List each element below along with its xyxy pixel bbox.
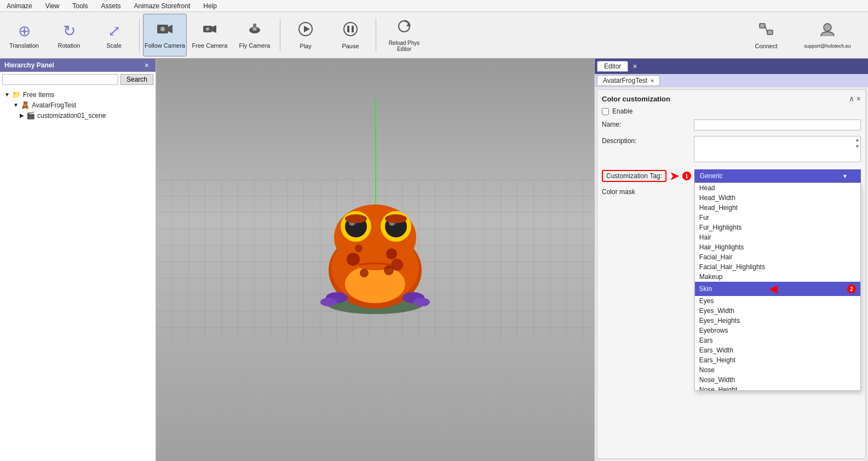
translation-label: Translation xyxy=(9,42,39,49)
hierarchy-close-button[interactable]: × xyxy=(142,61,151,70)
file-tab[interactable]: AvatarFrogTest × xyxy=(597,75,660,86)
pause-button[interactable]: Pause xyxy=(329,14,372,56)
right-panel: Editor × AvatarFrogTest × Color customiz… xyxy=(594,59,868,461)
dropdown-item-ears[interactable]: Ears xyxy=(695,335,860,345)
editor-tab[interactable]: Editor xyxy=(597,61,628,72)
toolbar-separator-3 xyxy=(376,19,376,52)
follow-camera-button[interactable]: Follow Camera xyxy=(143,14,187,56)
name-input[interactable] xyxy=(694,119,861,130)
tree-arrow-avatar-frog: ▼ xyxy=(13,102,19,108)
free-items-icon: 📁 xyxy=(12,90,21,99)
dropdown-item-nose-width[interactable]: Nose_Width xyxy=(695,375,860,385)
customization-tag-dropdown: Generic ▼ Head Head_Width Head_Height Fu… xyxy=(694,169,861,183)
translation-button[interactable]: ⊕ Translation xyxy=(2,14,46,56)
search-button[interactable]: Search xyxy=(120,74,153,85)
dropdown-item-head[interactable]: Head xyxy=(695,183,860,193)
svg-point-26 xyxy=(386,248,397,259)
dropdown-item-nose-height[interactable]: Nose_Height xyxy=(695,385,860,391)
scale-icon: ⤢ xyxy=(108,22,120,40)
tree-item-customization-scene[interactable]: ▶ 🎬 customization01_scene xyxy=(4,110,151,121)
customization-tag-label: Customization Tag: xyxy=(602,170,666,182)
description-label: Description: xyxy=(602,136,689,145)
description-textarea[interactable] xyxy=(694,136,861,162)
fly-camera-button[interactable]: Fly Camera xyxy=(233,14,277,56)
dropdown-item-ears-width[interactable]: Ears_Width xyxy=(695,345,860,355)
pause-icon xyxy=(342,21,359,41)
tree-label-avatar-frog: AvatarFrogTest xyxy=(32,101,76,109)
scale-label: Scale xyxy=(106,42,122,49)
connect-button[interactable]: Connect xyxy=(744,14,788,56)
svg-point-8 xyxy=(252,27,257,31)
dropdown-item-fur-highlights[interactable]: Fur_Highlights xyxy=(695,223,860,232)
hierarchy-panel-header: Hierarchy Panel × xyxy=(0,59,156,72)
svg-point-19 xyxy=(824,24,831,31)
fly-camera-icon xyxy=(246,21,263,40)
dropdown-item-eyes-heights[interactable]: Eyes_Heights xyxy=(695,316,860,326)
arrow-badge-2: 2 xyxy=(847,284,856,293)
enable-checkbox[interactable] xyxy=(602,108,609,115)
dropdown-item-eyes[interactable]: Eyes xyxy=(695,296,860,306)
main-area: Hierarchy Panel × Search ▼ 📁 Free Items … xyxy=(0,59,868,461)
dropdown-item-head-height[interactable]: Head_Height xyxy=(695,203,860,213)
play-button[interactable]: Play xyxy=(284,14,327,56)
svg-marker-1 xyxy=(168,25,173,33)
hierarchy-title: Hierarchy Panel xyxy=(4,61,54,69)
rotation-icon: ↻ xyxy=(63,22,76,40)
viewport[interactable] xyxy=(156,59,594,461)
support-button[interactable]: support@holotech.eu xyxy=(789,14,866,56)
tree-item-avatar-frog[interactable]: ▼ 🧸 AvatarFrogTest xyxy=(4,100,151,110)
menu-view[interactable]: View xyxy=(42,1,63,11)
frog-character xyxy=(304,183,446,316)
file-tab-close[interactable]: × xyxy=(651,78,654,84)
dropdown-item-eyebrows[interactable]: Eyebrows xyxy=(695,326,860,335)
tree-label-free-items: Free Items xyxy=(23,91,54,99)
svg-point-2 xyxy=(160,27,165,31)
dropdown-list[interactable]: Head Head_Width Head_Height Fur Fur_High… xyxy=(694,183,861,391)
dropdown-item-makeup[interactable]: Makeup xyxy=(695,272,860,282)
free-camera-icon xyxy=(201,21,219,40)
menu-storefront[interactable]: Animaze Storefront xyxy=(131,1,194,11)
svg-point-29 xyxy=(355,244,363,252)
scale-button[interactable]: ⤢ Scale xyxy=(92,14,136,56)
panel-collapse-button[interactable]: ∧ xyxy=(849,94,854,103)
fly-camera-label: Fly Camera xyxy=(239,42,271,49)
menu-help[interactable]: Help xyxy=(200,1,220,11)
dropdown-item-facial-hair[interactable]: Facial_Hair xyxy=(695,252,860,262)
dropdown-item-nose[interactable]: Nose xyxy=(695,365,860,375)
connect-icon xyxy=(757,21,775,41)
reload-phys-button[interactable]: Reload Phys Editor xyxy=(380,14,429,56)
tree-arrow-free-items: ▼ xyxy=(4,92,10,98)
toolbar-separator-1 xyxy=(139,19,140,52)
svg-rect-12 xyxy=(347,26,349,32)
dropdown-item-fur[interactable]: Fur xyxy=(695,213,860,223)
color-mask-label: Color mask xyxy=(602,187,689,196)
svg-point-4 xyxy=(206,27,209,31)
hierarchy-panel: Hierarchy Panel × Search ▼ 📁 Free Items … xyxy=(0,59,156,461)
dropdown-item-facial-hair-highlights[interactable]: Facial_Hair_Highlights xyxy=(695,262,860,272)
rotation-button[interactable]: ↻ Rotation xyxy=(47,14,91,56)
menu-assets[interactable]: Assets xyxy=(98,1,124,11)
menu-tools[interactable]: Tools xyxy=(69,1,91,11)
svg-marker-10 xyxy=(304,26,310,32)
dropdown-item-ears-height[interactable]: Ears_Height xyxy=(695,355,860,365)
free-camera-button[interactable]: Free Camera xyxy=(188,14,232,56)
svg-point-27 xyxy=(360,269,369,277)
dropdown-item-hair[interactable]: Hair xyxy=(695,232,860,242)
translation-icon: ⊕ xyxy=(18,22,31,40)
menu-animaze[interactable]: Animaze xyxy=(3,1,36,11)
dropdown-item-hair-highlights[interactable]: Hair_Highlights xyxy=(695,242,860,252)
tree-item-free-items[interactable]: ▼ 📁 Free Items xyxy=(4,89,151,100)
description-row: Description: ▲ ▼ xyxy=(602,136,861,164)
dropdown-selected-value[interactable]: Generic ▼ xyxy=(694,169,861,183)
editor-tab-label: Editor xyxy=(604,62,621,70)
dropdown-item-head-width[interactable]: Head_Width xyxy=(695,193,860,203)
panel-close-button[interactable]: × xyxy=(856,94,861,103)
editor-tab-bar: Editor × xyxy=(595,59,868,74)
search-input[interactable] xyxy=(2,74,118,85)
panel-header-buttons: ∧ × xyxy=(849,94,861,103)
right-panel-close-button[interactable]: × xyxy=(630,62,639,71)
svg-point-25 xyxy=(347,253,360,266)
dropdown-item-eyes-width[interactable]: Eyes_Width xyxy=(695,306,860,316)
follow-camera-label: Follow Camera xyxy=(145,42,185,49)
dropdown-item-skin[interactable]: Skin ◀ 2 xyxy=(695,282,860,296)
